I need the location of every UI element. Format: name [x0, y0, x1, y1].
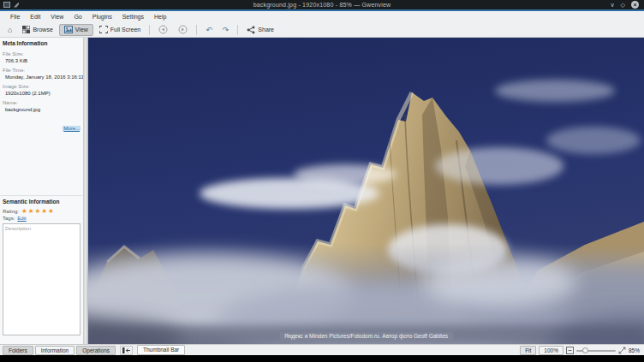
share-button[interactable]: Share — [242, 24, 278, 36]
tab-operations[interactable]: Operations — [76, 346, 116, 355]
previous-icon — [158, 25, 168, 34]
semantic-information-section: Semantic Information Rating: ★★★★★ Tags:… — [0, 195, 83, 344]
minimize-button[interactable]: ∨ — [610, 1, 614, 9]
zoom-100-button[interactable]: 100% — [539, 346, 564, 355]
rating-row: Rating: ★★★★★ — [0, 206, 83, 215]
previous-button[interactable] — [154, 24, 172, 36]
meta-information-section: Meta Information File Size: 706.3 KiB Fi… — [0, 38, 83, 134]
fullscreen-icon — [99, 26, 108, 33]
information-sidebar: Meta Information File Size: 706.3 KiB Fi… — [0, 38, 83, 344]
view-label: View — [75, 27, 88, 33]
meta-field-image-size: Image Size: 1920x1080 (2.1MP) — [0, 80, 83, 97]
browse-label: Browse — [33, 27, 52, 33]
mountain-photo — [88, 38, 644, 344]
image-viewport[interactable]: Яндекс и Minden Pictures/Fotodom.ru. Авт… — [88, 38, 644, 344]
meta-field-file-size: File Size: 706.3 KiB — [0, 48, 83, 64]
share-icon — [247, 26, 255, 34]
zoom-out-icon[interactable] — [566, 347, 574, 354]
window-title: background.jpg - 1920x1080 - 85% — Gwenv… — [0, 2, 644, 8]
rotate-left-button[interactable]: ↶ — [201, 24, 217, 36]
next-button[interactable] — [174, 24, 192, 36]
photo-caption: Яндекс и Minden Pictures/Fotodom.ru. Авт… — [279, 332, 453, 341]
meta-field-file-time: File Time: Monday, January 18, 2016 3:16… — [0, 64, 83, 80]
view-image-icon — [64, 26, 73, 33]
menu-help[interactable]: Help — [149, 11, 171, 22]
menu-go[interactable]: Go — [69, 11, 86, 22]
toolbar-separator — [196, 25, 197, 35]
tab-information[interactable]: Information — [35, 346, 75, 355]
home-icon: ⌂ — [8, 26, 12, 34]
maximize-button[interactable]: ◇ — [621, 1, 625, 9]
rotate-left-icon: ↶ — [206, 26, 212, 34]
description-input[interactable] — [3, 223, 80, 335]
menu-edit[interactable]: Edit — [25, 11, 45, 22]
fullscreen-button[interactable]: Full Screen — [95, 24, 145, 36]
thumbnail-bar-toggle[interactable]: Thumbnail Bar — [137, 345, 185, 355]
tags-row: Tags: Edit — [0, 215, 83, 221]
fullscreen-label: Full Screen — [110, 27, 140, 33]
statusbar: Folders Information Operations Thumbnail… — [0, 344, 644, 355]
menu-file[interactable]: File — [5, 11, 25, 22]
toolbar: ⌂ Browse View Full Screen — [0, 22, 644, 38]
toolbar-separator — [237, 25, 238, 35]
menubar: File Edit View Go Plugins Settings Help — [0, 11, 644, 22]
rating-stars[interactable]: ★★★★★ — [21, 207, 55, 215]
close-button[interactable]: × — [631, 1, 639, 9]
semantic-information-title: Semantic Information — [0, 196, 83, 206]
toolbar-separator — [149, 25, 150, 35]
screen-letterbox — [0, 355, 644, 362]
view-button[interactable]: View — [59, 24, 93, 36]
next-icon — [178, 25, 188, 34]
browse-grid-icon — [22, 26, 30, 33]
main-area: Meta Information File Size: 706.3 KiB Fi… — [0, 38, 644, 344]
share-label: Share — [258, 27, 274, 33]
menu-view[interactable]: View — [45, 11, 69, 22]
zoom-slider-handle[interactable] — [582, 347, 588, 353]
rating-label: Rating: — [3, 209, 19, 214]
more-link[interactable]: More... — [63, 126, 80, 131]
browse-button[interactable]: Browse — [18, 24, 57, 36]
meta-field-name: Name: background.jpg — [0, 97, 83, 113]
gwenview-window: background.jpg - 1920x1080 - 85% — Gwenv… — [0, 0, 644, 362]
meta-information-title: Meta Information — [0, 38, 83, 48]
zoom-slider[interactable] — [576, 346, 616, 355]
sidebar-collapse-icon — [122, 347, 130, 353]
tab-folders[interactable]: Folders — [3, 346, 33, 355]
rotate-right-icon: ↷ — [223, 26, 230, 34]
rotate-right-button[interactable]: ↷ — [218, 24, 234, 36]
zoom-in-icon[interactable] — [618, 347, 626, 354]
home-button[interactable]: ⌂ — [3, 24, 16, 36]
titlebar[interactable]: background.jpg - 1920x1080 - 85% — Gwenv… — [0, 0, 644, 11]
sidebar-collapse-button[interactable] — [120, 346, 133, 355]
tags-edit-link[interactable]: Edit — [17, 216, 26, 221]
menu-settings[interactable]: Settings — [117, 11, 149, 22]
gwenview-app-icon — [3, 2, 10, 8]
menu-plugins[interactable]: Plugins — [87, 11, 117, 22]
pin-icon — [14, 3, 19, 8]
zoom-percentage: 85% — [629, 347, 640, 353]
tags-label: Tags: — [3, 216, 15, 221]
zoom-fit-button[interactable]: Fit — [520, 346, 536, 355]
